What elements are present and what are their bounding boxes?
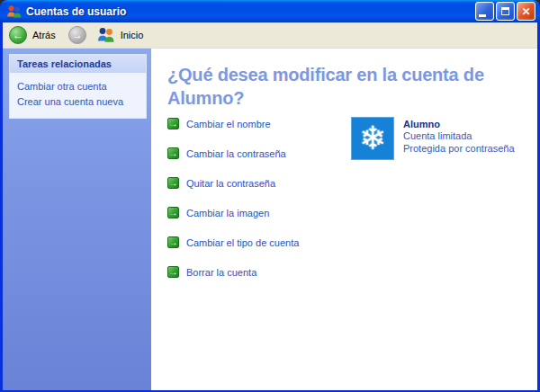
maximize-icon: [501, 7, 509, 15]
close-button[interactable]: ✕: [517, 2, 536, 21]
titlebar[interactable]: Cuentas de usuario ✕: [0, 0, 540, 22]
window-title: Cuentas de usuario: [26, 5, 473, 18]
green-arrow-icon: →: [167, 207, 179, 218]
action-list: → Cambiar el nombre → Cambiar la contras…: [167, 117, 351, 296]
back-button-label[interactable]: Atrás: [32, 30, 56, 40]
back-button[interactable]: ←: [9, 26, 27, 44]
maximize-button[interactable]: [496, 2, 515, 21]
forward-button[interactable]: →: [68, 26, 86, 44]
back-arrow-icon: ←: [13, 30, 23, 40]
close-icon: ✕: [521, 6, 530, 17]
content-area: Tareas relacionadas Cambiar otra cuenta …: [3, 49, 537, 390]
green-arrow-icon: →: [167, 177, 179, 189]
account-tile: ❄ Alumno Cuenta limitada Protegida por c…: [351, 117, 515, 296]
sidebar-link-change-other-account[interactable]: Cambiar otra cuenta: [17, 79, 139, 94]
action-remove-password[interactable]: → Quitar la contraseña: [167, 177, 351, 189]
navigation-toolbar: ← Atrás → Inicio: [3, 22, 537, 49]
green-arrow-icon: →: [167, 236, 179, 248]
minimize-button[interactable]: [475, 2, 494, 21]
user-accounts-icon: [6, 4, 22, 19]
action-change-picture[interactable]: → Cambiar la imagen: [167, 207, 351, 218]
action-change-password[interactable]: → Cambiar la contraseña: [167, 147, 351, 159]
home-accounts-icon: [97, 27, 115, 43]
account-info: Alumno Cuenta limitada Protegida por con…: [403, 117, 515, 155]
related-tasks-header: Tareas relacionadas: [10, 55, 146, 73]
green-arrow-icon: →: [167, 118, 179, 129]
account-type: Cuenta limitada: [403, 129, 515, 142]
page-title: ¿Qué desea modificar en la cuenta de Alu…: [167, 63, 523, 110]
action-delete-account[interactable]: → Borrar la cuenta: [167, 266, 351, 278]
main-body-row: → Cambiar el nombre → Cambiar la contras…: [167, 117, 537, 296]
green-arrow-icon: →: [167, 147, 179, 159]
sidebar-link-create-new-account[interactable]: Crear una cuenta nueva: [17, 94, 139, 110]
user-accounts-window: Cuentas de usuario ✕ ← Atrás → Inicio Ta…: [0, 0, 540, 392]
snowflake-icon: ❄: [359, 122, 386, 155]
action-change-account-type[interactable]: → Cambiar el tipo de cuenta: [167, 236, 351, 248]
minimize-icon: [479, 14, 486, 17]
action-label[interactable]: Borrar la cuenta: [186, 267, 256, 278]
sidebar: Tareas relacionadas Cambiar otra cuenta …: [3, 49, 151, 390]
related-tasks-panel: Tareas relacionadas Cambiar otra cuenta …: [9, 54, 147, 119]
action-label[interactable]: Cambiar la contraseña: [186, 148, 286, 159]
main-panel: ¿Qué desea modificar en la cuenta de Alu…: [151, 49, 537, 390]
green-arrow-icon: →: [167, 266, 179, 278]
action-label[interactable]: Cambiar el tipo de cuenta: [186, 237, 299, 248]
action-label[interactable]: Quitar la contraseña: [186, 178, 275, 189]
related-tasks-body: Cambiar otra cuenta Crear una cuenta nue…: [10, 73, 146, 118]
account-protection: Protegida por contraseña: [403, 142, 515, 155]
account-name: Alumno: [403, 119, 515, 129]
account-picture: ❄: [351, 117, 394, 160]
action-change-name[interactable]: → Cambiar el nombre: [167, 118, 351, 129]
action-label[interactable]: Cambiar la imagen: [186, 208, 269, 218]
home-button-label[interactable]: Inicio: [121, 30, 144, 40]
action-label[interactable]: Cambiar el nombre: [186, 119, 271, 129]
forward-arrow-icon: →: [72, 30, 83, 40]
